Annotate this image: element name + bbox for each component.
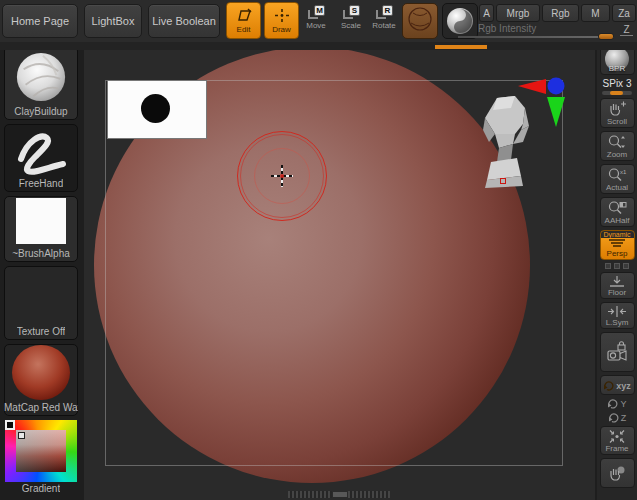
aahalf-label: AAHalf: [605, 216, 630, 225]
stroke-selector[interactable]: FreeHand: [4, 124, 78, 192]
z-intensity-label[interactable]: Z: [620, 24, 633, 36]
move-button[interactable]: M Move: [300, 5, 332, 39]
local-symmetry-button[interactable]: L.Sym: [600, 302, 635, 329]
rgb-toggle-button[interactable]: Rgb: [542, 4, 579, 22]
canvas-marker-square: [500, 178, 506, 184]
spix-slider-fill: [610, 91, 623, 95]
saturation-value-square[interactable]: [16, 430, 66, 472]
persp-button[interactable]: Dynamic Persp: [600, 230, 635, 260]
dynamic-persp-label: Dynamic: [601, 231, 634, 238]
sv-selector[interactable]: [18, 432, 25, 439]
rotate-icon: R: [375, 5, 393, 20]
frame-button[interactable]: Frame: [600, 426, 635, 455]
freehand-stroke-icon: [11, 127, 71, 177]
document-canvas[interactable]: [84, 50, 595, 500]
zoom-label: Zoom: [607, 150, 627, 159]
magnifier-zoom-icon: [607, 134, 627, 150]
bpr-label: BPR: [601, 64, 634, 73]
scale-icon: S: [342, 5, 360, 20]
persp-label: Persp: [607, 249, 628, 258]
live-boolean-button[interactable]: Live Boolean: [148, 4, 220, 38]
m-toggle-button[interactable]: M: [581, 4, 610, 22]
draw-icon: [274, 8, 290, 25]
current-material-button[interactable]: [402, 3, 438, 39]
rotate-button[interactable]: R Rotate: [368, 5, 400, 39]
material-sketch-icon: [406, 5, 434, 37]
texture-off-icon: [11, 271, 71, 325]
hand-scroll-icon: [607, 101, 627, 117]
cursor-center-dot: [280, 174, 284, 178]
camera-lock-icon: [606, 341, 628, 365]
home-page-button[interactable]: Home Page: [2, 4, 78, 38]
shelf-divider-strip: [0, 42, 637, 50]
draw-button[interactable]: Draw: [264, 2, 299, 39]
svg-text:x1: x1: [620, 169, 627, 175]
rotate-z-label: Z: [621, 413, 627, 423]
x-axis-cone: [518, 79, 546, 94]
alpha-preview-icon: [16, 198, 66, 244]
actual-label: Actual: [606, 183, 628, 192]
symmetry-arrows-icon: [607, 305, 627, 318]
material-selector[interactable]: MatCap Red Wax: [4, 344, 78, 416]
claybuildup-brush-icon: [14, 50, 68, 104]
rotate-y-button[interactable]: Y: [607, 398, 626, 409]
camera-lock-button[interactable]: [600, 332, 635, 372]
mini-floor-axis-icons[interactable]: [605, 263, 629, 269]
rgb-intensity-label: Rgb Intensity: [478, 23, 536, 34]
draw-label: Draw: [272, 25, 291, 34]
edit-icon: [235, 8, 253, 25]
edit-button[interactable]: Edit: [226, 2, 261, 39]
hue-ring[interactable]: [5, 420, 77, 482]
brush-name-label: ClayBuildup: [14, 105, 67, 119]
y-axis-cone: [547, 97, 565, 127]
right-tray: BPR SPix 3 Scroll Zoom x1 Actual AAHalf …: [597, 40, 637, 500]
spix-label[interactable]: SPix 3: [603, 78, 632, 89]
zoom-button[interactable]: Zoom: [600, 131, 635, 161]
floor-label: Floor: [608, 288, 626, 297]
magnifier-half-icon: [607, 200, 627, 216]
material-name-label: MatCap Red Wax: [4, 401, 78, 415]
rgb-intensity-slider[interactable]: [458, 36, 614, 38]
texture-selector[interactable]: Texture Off: [4, 266, 78, 340]
edit-label: Edit: [237, 25, 251, 34]
matcap-red-wax-icon: [12, 345, 70, 400]
axis-gizmo[interactable]: [516, 76, 576, 181]
scale-button[interactable]: S Scale: [335, 5, 367, 39]
rotate-z-icon: [608, 412, 619, 423]
scroll-label: Scroll: [607, 117, 627, 126]
left-tray: ClayBuildup FreeHand ~BrushAlpha Texture…: [0, 42, 82, 500]
material-sphere-icon: [447, 8, 473, 34]
lightbox-button[interactable]: LightBox: [84, 4, 142, 38]
mrgb-toggle-button[interactable]: Mrgb: [496, 4, 540, 22]
a-toggle-button[interactable]: A: [479, 4, 494, 22]
perspective-lines-icon: [608, 238, 626, 249]
scroll-button[interactable]: Scroll: [600, 98, 635, 128]
lsym-label: L.Sym: [606, 318, 629, 327]
color-picker[interactable]: Gradient: [4, 420, 78, 496]
texture-name-label: Texture Off: [17, 325, 66, 339]
gradient-label: Gradient: [22, 482, 60, 496]
horizontal-scrollbar[interactable]: [288, 491, 390, 498]
actual-button[interactable]: x1 Actual: [600, 164, 635, 194]
alpha-dot-icon: [141, 94, 170, 123]
material-palette-button[interactable]: [442, 3, 478, 39]
move-canvas-button[interactable]: [600, 458, 635, 488]
move-icon: M: [307, 5, 325, 20]
alpha-name-label: ~BrushAlpha: [12, 247, 70, 261]
rotate-arrow-icon: [603, 380, 614, 391]
rotate-xyz-button[interactable]: xyz: [600, 375, 635, 395]
floor-button[interactable]: Floor: [600, 272, 635, 299]
scale-label: Scale: [341, 21, 361, 30]
floor-grid-icon: [608, 275, 626, 288]
brush-selector[interactable]: ClayBuildup: [4, 46, 78, 120]
aahalf-button[interactable]: AAHalf: [600, 197, 635, 227]
rgb-intensity-slider-handle[interactable]: [598, 33, 614, 40]
rotate-z-button[interactable]: Z: [608, 412, 627, 423]
scrollbar-grip[interactable]: [332, 491, 348, 498]
alpha-selector[interactable]: ~BrushAlpha: [4, 196, 78, 262]
top-shelf: Home Page LightBox Live Boolean Edit Dra…: [0, 0, 637, 42]
spix-slider[interactable]: [602, 91, 632, 95]
zadd-toggle-button[interactable]: Za: [612, 4, 636, 22]
rotate-y-icon: [607, 398, 618, 409]
hue-selector[interactable]: [5, 420, 15, 430]
